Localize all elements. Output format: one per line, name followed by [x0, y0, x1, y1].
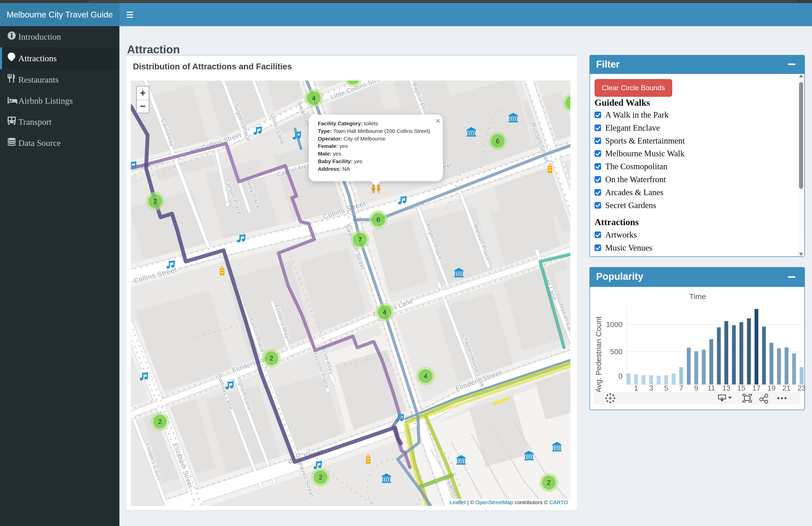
- svg-text:1: 1: [634, 384, 638, 392]
- svg-text:Avg. Pedestrian Count: Avg. Pedestrian Count: [594, 316, 603, 393]
- svg-text:3: 3: [649, 384, 653, 392]
- svg-text:21: 21: [782, 384, 791, 392]
- svg-text:7: 7: [358, 236, 362, 243]
- svg-text:500: 500: [610, 347, 622, 356]
- svg-text:5: 5: [664, 384, 668, 392]
- svg-text:6: 6: [377, 216, 380, 223]
- svg-text:17: 17: [752, 384, 760, 392]
- svg-text:2: 2: [158, 418, 162, 425]
- svg-text:15: 15: [737, 384, 745, 392]
- svg-text:3: 3: [351, 81, 355, 81]
- svg-text:9: 9: [694, 384, 698, 392]
- svg-text:13: 13: [722, 384, 730, 392]
- svg-text:4: 4: [383, 309, 387, 316]
- svg-text:2: 2: [154, 197, 157, 205]
- svg-text:2: 2: [319, 473, 322, 481]
- svg-text:11: 11: [708, 384, 715, 392]
- svg-text:Time: Time: [689, 292, 706, 301]
- svg-text:4: 4: [312, 94, 316, 102]
- svg-text:6: 6: [496, 137, 499, 145]
- svg-text:2: 2: [270, 354, 273, 362]
- svg-text:7: 7: [679, 384, 683, 392]
- svg-text:4: 4: [424, 372, 427, 380]
- svg-text:2: 2: [547, 479, 551, 486]
- svg-text:1000: 1000: [606, 321, 622, 329]
- svg-text:0: 0: [619, 372, 622, 380]
- svg-text:19: 19: [767, 384, 775, 392]
- svg-text:23: 23: [798, 384, 806, 392]
